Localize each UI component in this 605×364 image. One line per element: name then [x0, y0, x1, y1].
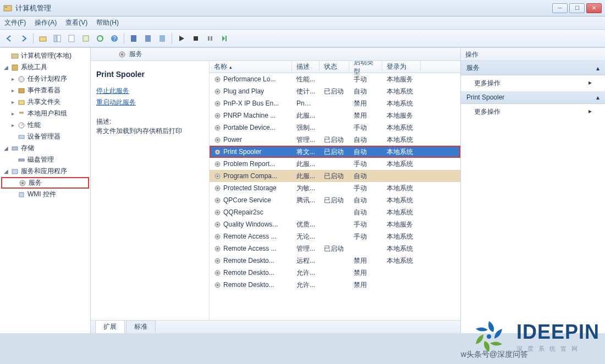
actions-group-services[interactable]: 服务▴	[461, 61, 605, 75]
list-header: 名称▴ 描述 状态 启动类型 登录为	[210, 61, 460, 73]
forward-button[interactable]	[18, 32, 30, 45]
actions-group-selected[interactable]: Print Spooler▴	[461, 91, 605, 104]
collapse-icon: ▴	[596, 93, 600, 101]
tree-event-viewer[interactable]: ▸事件查看器	[1, 85, 89, 96]
cell-status: 已启动	[320, 172, 349, 181]
service-row[interactable]: Problem Report...此服...手动本地系统	[210, 158, 460, 170]
menu-view[interactable]: 查看(V)	[65, 18, 87, 27]
refresh-button[interactable]	[94, 32, 106, 45]
service-row[interactable]: PNRP Machine ...此服...禁用本地服务	[210, 109, 460, 122]
tb-icon-3[interactable]	[156, 32, 168, 45]
service-row[interactable]: Remote Deskto...允许...禁用	[210, 279, 460, 291]
service-row[interactable]: Remote Access ...管理...已启动本地系统	[210, 242, 460, 255]
tree-system-tools[interactable]: ◢系统工具	[1, 62, 89, 73]
cell-startup: 自动	[349, 172, 382, 181]
service-row[interactable]: Quality Windows...优质...手动本地服务	[210, 218, 460, 230]
tree-device-manager[interactable]: 设备管理器	[1, 131, 89, 142]
tb-icon-1[interactable]	[128, 32, 140, 45]
back-button[interactable]	[3, 32, 15, 45]
restart-service-button[interactable]	[218, 32, 230, 45]
up-button[interactable]	[37, 32, 49, 45]
col-logon[interactable]: 登录为	[382, 61, 421, 73]
show-hide-button[interactable]	[51, 32, 63, 45]
tree-services[interactable]: 服务	[1, 177, 89, 189]
svg-rect-10	[131, 35, 136, 42]
stop-service-link[interactable]: 停止此服务	[96, 86, 204, 96]
cell-startup: 自动	[349, 208, 382, 217]
cell-desc: 此服...	[292, 172, 320, 181]
maximize-button[interactable]: ☐	[569, 3, 585, 13]
service-list: 名称▴ 描述 状态 启动类型 登录为 Performance Lo...性能..…	[209, 61, 460, 320]
cell-logon: 本地服务	[382, 75, 421, 84]
tree-storage[interactable]: ◢存储	[1, 142, 89, 154]
minimize-button[interactable]: ─	[552, 3, 568, 13]
service-row[interactable]: Power管理...已启动自动本地系统	[210, 134, 460, 146]
list-body[interactable]: Performance Lo...性能...手动本地服务Plug and Pla…	[210, 73, 460, 320]
menu-help[interactable]: 帮助(H)	[96, 18, 119, 27]
tree-wmi[interactable]: WMI 控件	[1, 189, 89, 200]
service-row[interactable]: QQRepair2sc自动本地系统	[210, 206, 460, 218]
cell-startup: 自动	[349, 147, 382, 157]
tree-task-scheduler[interactable]: ▸任务计划程序	[1, 73, 89, 85]
cell-logon: 本地系统	[382, 244, 421, 253]
tree-label: WMI 控件	[28, 190, 56, 199]
svg-point-43	[217, 126, 219, 129]
menu-file[interactable]: 文件(F)	[4, 18, 26, 27]
service-row[interactable]: Plug and Play使计...已启动自动本地系统	[210, 85, 460, 97]
close-button[interactable]: ✕	[586, 3, 602, 13]
svg-point-53	[217, 187, 219, 189]
tree-disk-management[interactable]: 磁盘管理	[1, 154, 89, 166]
svg-rect-3	[54, 35, 57, 42]
service-row[interactable]: Remote Deskto...允许...禁用	[210, 267, 460, 279]
description-text: 将文件加载到内存供稍后打印	[96, 126, 204, 136]
svg-point-23	[21, 112, 24, 114]
service-row[interactable]: Print Spooler将文...已启动自动本地系统	[210, 146, 460, 158]
stop-service-button[interactable]	[190, 32, 202, 45]
svg-rect-15	[211, 36, 212, 41]
cell-desc: 允许...	[292, 268, 320, 278]
cell-name: Remote Access ...	[210, 233, 292, 240]
export-button[interactable]	[80, 32, 92, 45]
col-desc[interactable]: 描述	[292, 61, 320, 73]
cell-desc: 优质...	[292, 220, 320, 229]
tree-services-apps[interactable]: ◢服务和应用程序	[1, 166, 89, 177]
cell-logon: 本地系统	[382, 87, 421, 96]
tree-local-users[interactable]: ▸本地用户和组	[1, 108, 89, 119]
cell-name: Quality Windows...	[210, 220, 292, 228]
col-name[interactable]: 名称▴	[210, 61, 292, 73]
cell-desc: 无论...	[292, 232, 320, 241]
cell-startup: 禁用	[349, 280, 382, 290]
svg-rect-16	[226, 36, 227, 41]
service-row[interactable]: Portable Device...强制...手动本地系统	[210, 122, 460, 134]
window-buttons: ─ ☐ ✕	[552, 3, 602, 13]
help-button[interactable]: ?	[108, 32, 120, 45]
selected-service-name: Print Spooler	[96, 70, 204, 79]
start-service-button[interactable]	[175, 32, 188, 45]
tree-shared-folders[interactable]: ▸共享文件夹	[1, 96, 89, 108]
chevron-right-icon: ▸	[588, 107, 592, 117]
service-row[interactable]: QPCore Service腾讯...已启动自动本地系统	[210, 194, 460, 206]
tab-standard[interactable]: 标准	[126, 320, 156, 333]
tree-performance[interactable]: ▸性能	[1, 119, 89, 131]
service-row[interactable]: PnP-X IP Bus En...PnP-...禁用本地系统	[210, 97, 460, 109]
pause-service-button[interactable]	[204, 32, 216, 45]
restart-service-link[interactable]: 重启动此服务	[96, 98, 204, 107]
properties-button[interactable]	[65, 32, 78, 45]
tb-icon-2[interactable]	[142, 32, 154, 45]
tree-root[interactable]: 计算机管理(本地)	[1, 50, 89, 62]
svg-rect-5	[69, 35, 74, 42]
col-status[interactable]: 状态	[320, 61, 349, 73]
service-row[interactable]: Remote Deskto...远程...禁用本地系统	[210, 255, 460, 267]
service-row[interactable]: Program Compa...此服...已启动自动	[210, 170, 460, 182]
service-row[interactable]: Performance Lo...性能...手动本地服务	[210, 73, 460, 85]
tree-label: 任务计划程序	[28, 74, 67, 84]
watermark-brand: IDEEPIN	[516, 321, 600, 344]
actions-more-2[interactable]: 更多操作▸	[461, 104, 605, 120]
actions-more-1[interactable]: 更多操作▸	[461, 75, 605, 91]
menu-action[interactable]: 操作(A)	[35, 18, 57, 27]
service-row[interactable]: Remote Access ...无论...手动本地系统	[210, 230, 460, 242]
tab-extended[interactable]: 扩展	[95, 320, 125, 333]
service-detail: Print Spooler 停止此服务 重启动此服务 描述: 将文件加载到内存供…	[91, 61, 209, 320]
col-startup[interactable]: 启动类型	[349, 61, 382, 73]
service-row[interactable]: Protected Storage为敏...手动本地系统	[210, 182, 460, 194]
